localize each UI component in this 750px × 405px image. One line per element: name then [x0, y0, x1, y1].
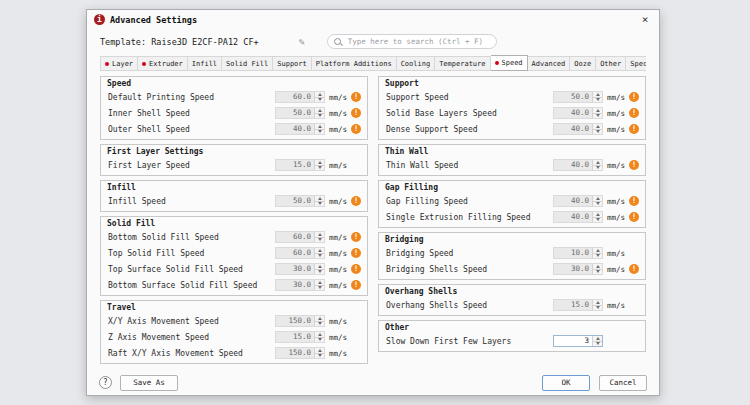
tab-layer[interactable]: Layer	[100, 56, 138, 71]
spin-down-button[interactable]	[315, 321, 324, 327]
warning-icon: !	[351, 108, 361, 118]
outer-shell-speed-spinbox[interactable]: 40.0	[275, 123, 325, 135]
bridging-shells-speed-spinbox[interactable]: 30.0	[553, 263, 603, 275]
chevron-down-icon	[318, 286, 322, 289]
chevron-up-icon	[318, 109, 322, 112]
spinbox-value: 60.0	[276, 232, 314, 242]
spin-down-button[interactable]	[315, 253, 324, 259]
setting-label: Dense Support Speed	[384, 125, 553, 134]
spin-down-button[interactable]	[315, 201, 324, 207]
tab-ooze[interactable]: Ooze	[570, 56, 596, 71]
tab-cooling[interactable]: Cooling	[397, 56, 436, 71]
dense-support-speed-spinbox[interactable]: 40.0	[553, 123, 603, 135]
chevron-up-icon	[596, 249, 600, 252]
inner-shell-speed-spinbox[interactable]: 50.0	[275, 107, 325, 119]
spin-down-button[interactable]	[593, 129, 602, 135]
first-layer-speed-spinbox[interactable]: 15.0	[275, 159, 325, 171]
spin-down-button[interactable]	[315, 97, 324, 103]
spin-down-button[interactable]	[593, 253, 602, 259]
setting-label: Raft X/Y Axis Movement Speed	[106, 349, 275, 358]
thin-wall-speed-spinbox[interactable]: 40.0	[553, 159, 603, 171]
gap-filling-speed-spinbox[interactable]: 40.0	[553, 195, 603, 207]
title-bar[interactable]: i Advanced Settings ×	[87, 10, 659, 29]
search-box[interactable]	[327, 34, 497, 49]
unit-label: mm/s	[603, 213, 628, 222]
setting-row: Z Axis Movement Speed15.0mm/s	[106, 329, 362, 345]
spin-down-button[interactable]	[593, 269, 602, 275]
spin-down-button[interactable]	[593, 165, 602, 171]
chevron-down-icon	[596, 342, 600, 345]
setting-label: Z Axis Movement Speed	[106, 333, 275, 342]
tab-temperature[interactable]: Temperature	[435, 56, 490, 71]
setting-label: Thin Wall Speed	[384, 161, 553, 170]
close-icon[interactable]: ×	[638, 13, 652, 26]
setting-label: Top Solid Fill Speed	[106, 249, 275, 258]
chevron-up-icon	[318, 349, 322, 352]
spinbox-stepper	[314, 348, 324, 358]
spin-down-button[interactable]	[593, 305, 602, 311]
slow-down-first-few-layers-spinbox[interactable]: 3	[553, 335, 603, 347]
setting-label: Top Surface Solid Fill Speed	[106, 265, 275, 274]
bottom-surface-solid-fill-speed-spinbox[interactable]: 30.0	[275, 279, 325, 291]
save-as-button[interactable]: Save As	[120, 375, 178, 391]
spin-down-button[interactable]	[315, 353, 324, 359]
z-axis-movement-speed-spinbox[interactable]: 15.0	[275, 331, 325, 343]
spin-down-button[interactable]	[593, 341, 602, 347]
raft-x-y-axis-movement-speed-spinbox[interactable]: 150.0	[275, 347, 325, 359]
bridging-speed-spinbox[interactable]: 10.0	[553, 247, 603, 259]
spin-down-button[interactable]	[315, 237, 324, 243]
warning-slot: !	[628, 108, 640, 118]
tab-support[interactable]: Support	[273, 56, 312, 71]
bottom-solid-fill-speed-spinbox[interactable]: 60.0	[275, 231, 325, 243]
spin-down-button[interactable]	[315, 269, 324, 275]
tab-platform-additions[interactable]: Platform Additions	[312, 56, 397, 71]
spinbox-value: 40.0	[554, 160, 592, 170]
spin-down-button[interactable]	[593, 97, 602, 103]
default-printing-speed-spinbox[interactable]: 60.0	[275, 91, 325, 103]
overhang-shells-speed-spinbox[interactable]: 15.0	[553, 299, 603, 311]
support-speed-spinbox[interactable]: 50.0	[553, 91, 603, 103]
spin-down-button[interactable]	[593, 217, 602, 223]
warning-slot: !	[350, 232, 362, 242]
spin-down-button[interactable]	[315, 337, 324, 343]
chevron-down-icon	[318, 166, 322, 169]
tab-advanced[interactable]: Advanced	[528, 56, 571, 71]
spin-down-button[interactable]	[593, 201, 602, 207]
top-surface-solid-fill-speed-spinbox[interactable]: 30.0	[275, 263, 325, 275]
setting-row: Overhang Shells Speed15.0mm/s	[384, 297, 640, 313]
edit-template-icon[interactable]: ✎	[299, 36, 305, 47]
spin-down-button[interactable]	[315, 129, 324, 135]
tab-label: Temperature	[439, 60, 485, 68]
solid-base-layers-speed-spinbox[interactable]: 40.0	[553, 107, 603, 119]
ok-button[interactable]: OK	[542, 375, 590, 391]
tab-special[interactable]: Special	[626, 56, 646, 71]
tab-infill[interactable]: Infill	[188, 56, 222, 71]
x-y-axis-movement-speed-spinbox[interactable]: 150.0	[275, 315, 325, 327]
chevron-down-icon	[596, 202, 600, 205]
group-title: Solid Fill	[106, 218, 362, 229]
setting-row: Outer Shell Speed40.0mm/s!	[106, 121, 362, 137]
top-solid-fill-speed-spinbox[interactable]: 60.0	[275, 247, 325, 259]
spin-down-button[interactable]	[593, 113, 602, 119]
setting-row: Bottom Surface Solid Fill Speed30.0mm/s!	[106, 277, 362, 293]
tab-extruder[interactable]: Extruder	[138, 56, 188, 71]
spin-down-button[interactable]	[315, 113, 324, 119]
tab-speed[interactable]: Speed	[491, 55, 528, 71]
group-title: Support	[384, 78, 640, 89]
spin-down-button[interactable]	[315, 285, 324, 291]
spinbox-value: 50.0	[276, 196, 314, 206]
chevron-up-icon	[318, 317, 322, 320]
search-input[interactable]	[343, 37, 490, 46]
tab-other[interactable]: Other	[596, 56, 626, 71]
warning-slot: !	[628, 264, 640, 274]
cancel-button[interactable]: Cancel	[599, 375, 647, 391]
tab-solid-fill[interactable]: Solid Fill	[222, 56, 273, 71]
infill-speed-spinbox[interactable]: 50.0	[275, 195, 325, 207]
chevron-down-icon	[318, 354, 322, 357]
single-extrusion-filling-speed-spinbox[interactable]: 40.0	[553, 211, 603, 223]
spin-down-button[interactable]	[315, 165, 324, 171]
help-button[interactable]: ?	[99, 376, 112, 389]
chevron-down-icon	[318, 98, 322, 101]
spinbox-value: 50.0	[554, 92, 592, 102]
unit-label: mm/s	[325, 349, 350, 358]
